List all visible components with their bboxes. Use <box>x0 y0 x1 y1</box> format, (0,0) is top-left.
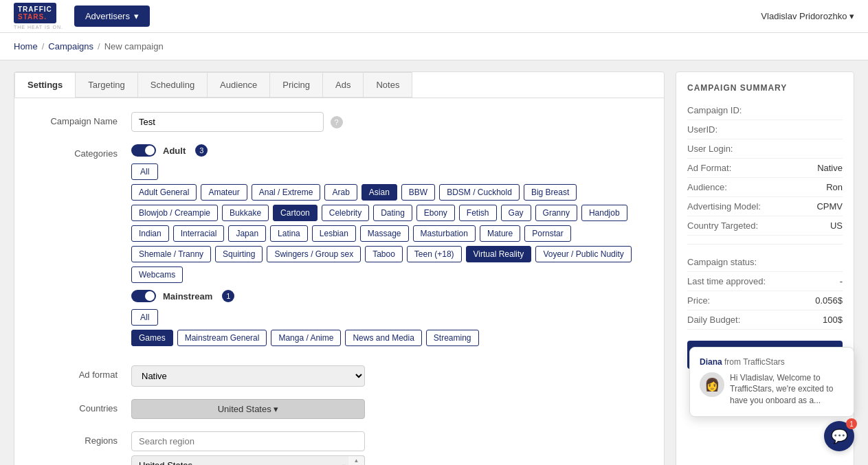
breadcrumb-campaigns[interactable]: Campaigns <box>48 41 93 52</box>
tab-targeting[interactable]: Targeting <box>75 72 137 98</box>
adult-tag-masturbation[interactable]: Masturbation <box>413 225 476 242</box>
adult-tag-massage[interactable]: Massage <box>360 225 409 242</box>
adult-tag-shemale---tranny[interactable]: Shemale / Tranny <box>131 246 211 262</box>
adult-tag-lesbian[interactable]: Lesbian <box>312 225 356 242</box>
countries-button[interactable]: United States ▾ <box>131 399 365 419</box>
adult-tag-amateur[interactable]: Amateur <box>201 184 247 201</box>
countries-content: United States ▾ <box>131 399 643 419</box>
summary-row: User Login: <box>687 139 843 159</box>
adult-tag-squirting[interactable]: Squirting <box>215 246 263 262</box>
summary-key: User Login: <box>687 144 733 154</box>
categories-content: Adult 3 All Adult GeneralAmateurAnal / E… <box>131 144 643 353</box>
tab-audience[interactable]: Audience <box>207 72 270 98</box>
regions-label: Regions <box>35 431 131 446</box>
adult-tag-cartoon[interactable]: Cartoon <box>273 205 318 221</box>
mainstream-tag-streaming[interactable]: Streaming <box>426 330 479 346</box>
adult-tag-indian[interactable]: Indian <box>131 225 169 242</box>
adult-tag-blowjob---creampie[interactable]: Blowjob / Creampie <box>131 205 218 221</box>
campaign-name-input[interactable] <box>131 112 324 132</box>
adult-tag-webcams[interactable]: Webcams <box>131 266 183 283</box>
mainstream-tag-mainstream-general[interactable]: Mainstream General <box>177 330 267 346</box>
adult-tag-mature[interactable]: Mature <box>480 225 520 242</box>
adult-tag-gay[interactable]: Gay <box>501 205 531 221</box>
tab-pricing[interactable]: Pricing <box>269 72 323 98</box>
summary-val: US <box>830 220 843 231</box>
campaign-name-help-icon[interactable]: ? <box>331 116 343 128</box>
header: TRAFFIC STARS. THE HEAT IS ON. Advertise… <box>0 0 868 33</box>
summary-status-val: 0.056$ <box>815 295 843 306</box>
summary-status-row: Campaign status: <box>687 253 843 272</box>
adult-toggle-wrap: Adult 3 <box>131 144 643 157</box>
summary-status-row: Last time approved:- <box>687 272 843 291</box>
adult-tag-ebony[interactable]: Ebony <box>416 205 455 221</box>
adult-tag-latina[interactable]: Latina <box>270 225 308 242</box>
ad-format-select[interactable]: Native Display Pop-under Push <box>131 365 365 387</box>
mainstream-tag-manga---anime[interactable]: Manga / Anime <box>271 330 341 346</box>
tab-scheduling[interactable]: Scheduling <box>137 72 208 98</box>
adult-tag-arab[interactable]: Arab <box>324 184 357 201</box>
regions-scroll-buttons[interactable]: ▲ ▼ <box>348 455 365 465</box>
logo-tagline: THE HEAT IS ON. <box>14 25 63 30</box>
breadcrumb-home[interactable]: Home <box>14 41 38 52</box>
mainstream-toggle-wrap: Mainstream 1 <box>131 290 643 302</box>
mainstream-toggle-knob <box>145 291 155 301</box>
advertisers-chevron-icon: ▾ <box>134 11 139 21</box>
adult-tag-virtual-reality[interactable]: Virtual Reality <box>466 246 532 262</box>
campaign-name-content: ? <box>131 112 643 132</box>
summary-status-key: Price: <box>687 295 710 306</box>
adult-tag-adult-general[interactable]: Adult General <box>131 184 197 201</box>
regions-content: United States ▾ ▲ ▼ <box>131 431 643 465</box>
tab-ads[interactable]: Ads <box>322 72 364 98</box>
summary-row: Campaign ID: <box>687 101 843 120</box>
chat-context: from TrafficStars <box>724 357 785 367</box>
user-menu[interactable]: Vladislav Pridorozhko ▾ <box>761 11 854 21</box>
adult-all-tag[interactable]: All <box>131 163 158 180</box>
adult-tag-bukkake[interactable]: Bukkake <box>222 205 269 221</box>
chat-bubble-button[interactable]: 💬 1 <box>824 421 854 451</box>
advertisers-button[interactable]: Advertisers ▾ <box>74 5 150 27</box>
categories-row: Categories Adult 3 All A <box>35 144 643 353</box>
chat-widget: Diana from TrafficStars 👩 Hi Vladislav, … <box>689 347 854 417</box>
mainstream-tag-news-and-media[interactable]: News and Media <box>345 330 421 346</box>
summary-row: Advertising Model:CPMV <box>687 197 843 216</box>
breadcrumb-sep2: / <box>98 41 100 52</box>
adult-tag-handjob[interactable]: Handjob <box>581 205 627 221</box>
mainstream-toggle[interactable] <box>131 290 156 302</box>
chat-agent-name: Diana <box>700 357 722 367</box>
tabs: Settings Targeting Scheduling Audience P… <box>14 72 664 98</box>
adult-tag-celebrity[interactable]: Celebrity <box>322 205 369 221</box>
summary-key: Audience: <box>687 182 727 192</box>
chat-bubble-icon: 💬 <box>831 428 848 444</box>
regions-select[interactable]: United States <box>131 455 365 465</box>
adult-tag-asian[interactable]: Asian <box>361 184 397 201</box>
tab-settings[interactable]: Settings <box>14 72 76 98</box>
mainstream-all-tag[interactable]: All <box>131 309 158 326</box>
adult-tag-granny[interactable]: Granny <box>535 205 577 221</box>
adult-tag-voyeur---public-nudity[interactable]: Voyeur / Public Nudity <box>535 246 631 262</box>
adult-tag-fetish[interactable]: Fetish <box>459 205 497 221</box>
mainstream-badge: 1 <box>222 290 234 302</box>
left-panel: Settings Targeting Scheduling Audience P… <box>14 71 665 465</box>
adult-tag-big-breast[interactable]: Big Breast <box>524 184 577 201</box>
adult-tags-container: Adult GeneralAmateurAnal / ExtremeArabAs… <box>131 184 643 283</box>
summary-key: Advertising Model: <box>687 201 761 212</box>
adult-tag-pornstar[interactable]: Pornstar <box>524 225 570 242</box>
regions-search-input[interactable] <box>131 431 365 451</box>
adult-tag-taboo[interactable]: Taboo <box>365 246 403 262</box>
adult-tag-bdsm---cuckhold[interactable]: BDSM / Cuckhold <box>439 184 520 201</box>
adult-toggle[interactable] <box>131 144 156 157</box>
mainstream-tag-games[interactable]: Games <box>131 330 173 346</box>
adult-tag-japan[interactable]: Japan <box>228 225 266 242</box>
breadcrumb-current: New campaign <box>104 41 164 52</box>
summary-row: Ad Format:Native <box>687 159 843 178</box>
tab-notes[interactable]: Notes <box>363 72 412 98</box>
adult-tag-anal---extreme[interactable]: Anal / Extreme <box>252 184 321 201</box>
adult-tag-bbw[interactable]: BBW <box>401 184 435 201</box>
adult-tag-dating[interactable]: Dating <box>373 205 412 221</box>
summary-status-row: Price:0.056$ <box>687 291 843 310</box>
chat-body: 👩 Hi Vladislav, Welcome to TrafficStars,… <box>700 372 844 407</box>
adult-tag-interracial[interactable]: Interracial <box>173 225 225 242</box>
adult-tag-teen---18-[interactable]: Teen (+18) <box>407 246 462 262</box>
summary-status-val: 100$ <box>823 315 843 325</box>
adult-tag-swingers---group-sex[interactable]: Swingers / Group sex <box>267 246 361 262</box>
